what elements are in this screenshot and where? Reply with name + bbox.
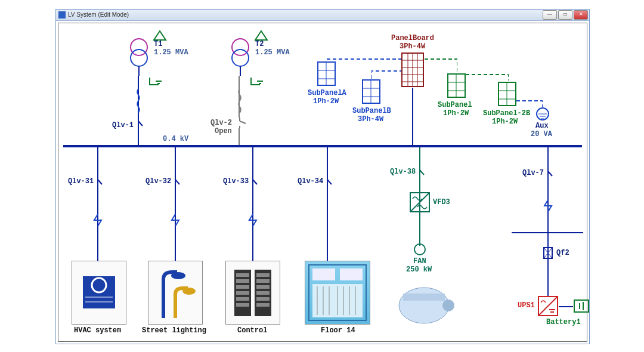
subpanel-b-name: SubPanelB — [352, 107, 391, 115]
breaker-qf2-symbol[interactable] — [543, 246, 553, 260]
motor-image[interactable] — [391, 273, 460, 326]
streetlight-image[interactable] — [148, 261, 203, 325]
control-image[interactable] — [225, 261, 280, 325]
ups-branch-bar — [512, 232, 583, 233]
svg-line-90 — [410, 193, 429, 212]
svg-point-2 — [131, 50, 147, 66]
window-title: LV System (Edit Mode) — [68, 10, 129, 20]
svg-point-54 — [182, 288, 196, 295]
svg-rect-105 — [574, 300, 589, 312]
svg-point-94 — [442, 299, 454, 311]
svg-rect-69 — [256, 291, 270, 295]
hvac-image[interactable] — [72, 261, 126, 325]
svg-point-1 — [131, 39, 147, 55]
svg-line-51 — [175, 180, 179, 184]
svg-rect-93 — [403, 294, 445, 301]
fuse-icon — [248, 214, 258, 226]
main-bus[interactable] — [63, 145, 582, 147]
vfd-name: VFD3 — [433, 198, 450, 206]
switch-icon[interactable] — [322, 176, 334, 187]
svg-marker-7 — [255, 31, 267, 40]
svg-line-12 — [240, 121, 246, 123]
control-label: Control — [237, 326, 267, 335]
aux-rating: 20 VA — [531, 130, 552, 138]
svg-line-44 — [98, 180, 102, 184]
svg-point-53 — [171, 272, 185, 279]
panelboard-drop[interactable] — [412, 88, 413, 145]
link-a — [327, 55, 401, 63]
ups-symbol[interactable] — [537, 295, 559, 317]
vfd-symbol[interactable] — [409, 192, 431, 213]
svg-marker-0 — [154, 31, 166, 40]
qf2-label: Qf2 — [556, 249, 569, 257]
switch-open-icon[interactable] — [234, 118, 246, 128]
svg-rect-63 — [236, 291, 249, 295]
qlv-32-label: Qlv-32 — [145, 177, 171, 186]
ups-battery-link — [559, 306, 573, 307]
hvac-label: HVAC system — [74, 326, 121, 335]
t2-name: T2 — [255, 40, 264, 48]
subpanel-a-conf: 1Ph-2W — [313, 97, 339, 106]
title-bar: LV System (Edit Mode) — ▭ ✕ — [56, 10, 589, 21]
subpanel-a-symbol[interactable] — [316, 60, 337, 87]
link-b — [371, 70, 401, 82]
feeder-1-line[interactable] — [97, 147, 98, 261]
subpanel-1-conf: 1Ph-2W — [443, 109, 469, 118]
subpanel-b-symbol[interactable] — [361, 78, 382, 105]
aux-name: Aux — [535, 122, 549, 130]
svg-line-96 — [548, 171, 552, 176]
subpanel-a-name: SubPanelA — [308, 89, 346, 97]
subpanel-2b-name: SubPanel-2B — [483, 109, 530, 118]
svg-point-91 — [414, 244, 425, 255]
qlv-38-label: Qlv-38 — [390, 168, 416, 176]
svg-rect-65 — [236, 303, 249, 307]
fuse-icon — [171, 214, 180, 226]
fan-name: FAN — [413, 257, 426, 265]
t1-rating: 1.25 MVA — [154, 48, 188, 57]
link-sp1 — [425, 55, 457, 73]
fuse-icon — [93, 214, 103, 226]
feeder-2-line[interactable] — [175, 147, 176, 261]
switch-icon[interactable] — [543, 168, 555, 178]
panelboard-name: PanelBoard — [391, 34, 434, 42]
svg-rect-68 — [256, 285, 270, 289]
feeder-4-line[interactable] — [327, 147, 328, 261]
streetlight-label: Street lighting — [142, 326, 206, 335]
reactor-icon — [234, 89, 245, 113]
t2-drop-lower[interactable] — [239, 128, 240, 145]
subpanel-1-symbol[interactable] — [446, 72, 467, 99]
subpanel-2b-symbol[interactable] — [497, 81, 518, 107]
ups-name: UPS1 — [518, 301, 535, 310]
switch-icon[interactable] — [133, 118, 145, 128]
switch-icon[interactable] — [414, 166, 426, 177]
switch-icon[interactable] — [170, 176, 182, 187]
diagram-canvas[interactable]: 0.4 kV T1 1.25 MVA Qlv-1 T2 1.25 MVA — [58, 23, 587, 342]
fan-node[interactable] — [413, 243, 426, 256]
maximize-button[interactable]: ▭ — [558, 10, 572, 20]
svg-rect-67 — [256, 279, 270, 283]
floor14-label: Floor 14 — [321, 326, 355, 335]
svg-point-9 — [232, 50, 249, 66]
qlv-31-label: Qlv-31 — [68, 177, 94, 186]
battery-symbol[interactable] — [572, 297, 590, 315]
app-icon — [58, 11, 66, 18]
panelboard-symbol[interactable] — [400, 52, 426, 88]
minimize-button[interactable]: — — [543, 10, 557, 20]
svg-rect-62 — [236, 285, 249, 289]
svg-rect-66 — [256, 273, 270, 277]
t1-name: T1 — [154, 40, 162, 48]
svg-line-87 — [420, 170, 424, 175]
svg-rect-61 — [236, 279, 249, 283]
switch-icon[interactable] — [92, 176, 104, 187]
svg-rect-76 — [312, 268, 335, 280]
subpanel-2b-conf: 1Ph-2W — [492, 118, 518, 126]
floor14-image[interactable] — [305, 261, 370, 325]
ground-icon — [249, 76, 267, 91]
switch-icon[interactable] — [247, 176, 259, 187]
close-button[interactable]: ✕ — [574, 10, 588, 20]
svg-point-8 — [232, 39, 249, 55]
qlv-7-label: Qlv-7 — [522, 169, 544, 177]
feeder-3-line[interactable] — [252, 147, 253, 261]
svg-point-92 — [399, 288, 449, 323]
qlv-2-state: Open — [215, 127, 232, 135]
